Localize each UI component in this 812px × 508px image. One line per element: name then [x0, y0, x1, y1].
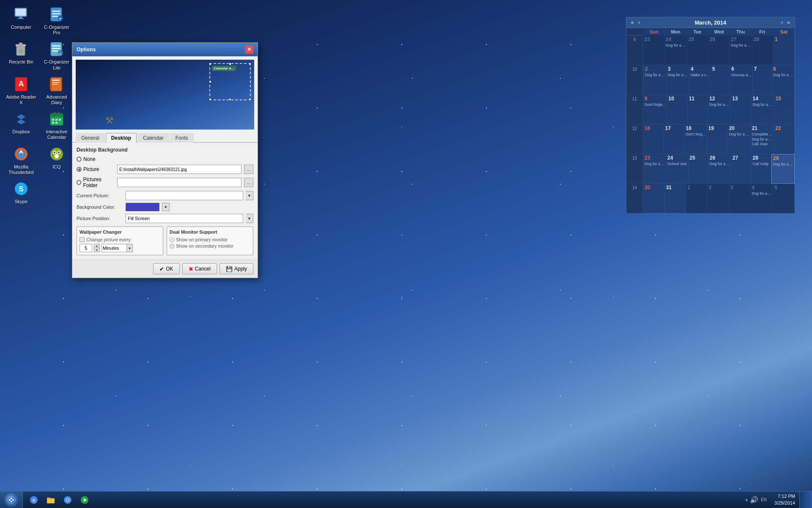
taskbar-ie-icon[interactable]: e	[26, 492, 41, 508]
cancel-button[interactable]: ✖ Cancel	[182, 263, 217, 274]
apply-button[interactable]: 💾 Apply	[219, 263, 253, 274]
color-dropdown-btn[interactable]: ▼	[162, 203, 170, 211]
desktop-icon-mozilla[interactable]: Mozilla Thunderbird	[4, 144, 38, 177]
cal-cell-25-prev[interactable]: 25	[687, 36, 708, 65]
cal-cell-27[interactable]: 27	[731, 154, 751, 184]
desktop-icon-dropbox[interactable]: Dropbox	[4, 109, 38, 142]
cal-cell-22[interactable]: 22	[774, 124, 795, 154]
minutes-dropdown-arrow[interactable]: ▼	[127, 244, 133, 252]
cal-cell-15[interactable]: 15	[774, 95, 795, 124]
folder-browse-btn[interactable]: …	[244, 178, 253, 187]
cal-cell-28[interactable]: 28Call Andy	[752, 154, 771, 184]
show-desktop-btn[interactable]	[799, 491, 812, 508]
cal-cell-26-prev[interactable]: 26	[708, 36, 730, 65]
cal-cell-29-today[interactable]: 29Dog for a ...	[771, 154, 795, 184]
cal-cell-20[interactable]: 20Dog for a ...·	[728, 124, 751, 154]
radio-folder-btn[interactable]	[77, 180, 81, 185]
tab-fonts[interactable]: Fonts	[170, 133, 194, 143]
taskbar-folder-icon[interactable]	[43, 492, 58, 508]
options-dialog: Options ✕ Calendar A... ⚒	[72, 42, 258, 278]
cal-cell-19[interactable]: 19	[707, 124, 728, 154]
calendar-last-btn[interactable]: »	[786, 19, 791, 26]
cal-cell-3-next[interactable]: 3	[729, 184, 751, 213]
color-swatch[interactable]	[126, 203, 159, 211]
cal-cell-26[interactable]: 26Dog for a ...	[708, 154, 731, 184]
desktop-icon-corganizer-lite[interactable]: L C-Organizer Lite	[40, 39, 74, 72]
desktop-icon-computer[interactable]: Computer	[4, 4, 38, 37]
tab-general[interactable]: General	[76, 133, 105, 143]
cal-cell-31[interactable]: 31	[665, 184, 686, 213]
cal-cell-8[interactable]: 8Dog for a ...	[772, 65, 795, 95]
cal-cell-18[interactable]: 18Don't forg...	[685, 124, 707, 154]
tray-arrow[interactable]: ◂	[745, 497, 747, 502]
cal-cell-6[interactable]: 6Discuss a...	[730, 65, 753, 95]
cal-cell-23-prev[interactable]: 23	[643, 36, 664, 65]
picture-path-input[interactable]	[117, 165, 241, 174]
cal-cell-3[interactable]: 3Dog for a ...	[667, 65, 689, 95]
desktop-icon-skype[interactable]: S Skype	[4, 179, 38, 206]
clock-date: 3/29/2014	[774, 500, 795, 506]
cal-cell-24[interactable]: 24School visit	[666, 154, 689, 184]
radio-none-btn[interactable]	[77, 157, 82, 162]
radio-primary-btn[interactable]	[170, 237, 174, 242]
cal-cell-12[interactable]: 12Dog for a ...	[708, 95, 731, 124]
cal-cell-24-prev[interactable]: 24Dog for a ...	[664, 36, 687, 65]
cal-cell-7[interactable]: 7	[753, 65, 772, 95]
tab-calendar[interactable]: Calendar	[137, 133, 169, 143]
cal-cell-23[interactable]: 23Dog for a ...	[643, 154, 666, 184]
minutes-input[interactable]	[102, 244, 127, 252]
change-picture-checkbox[interactable]	[80, 237, 85, 242]
cal-cell-1-next[interactable]: 1	[686, 184, 708, 213]
ok-button[interactable]: ✔ OK	[153, 263, 179, 274]
cal-header-wed: Wed	[708, 28, 730, 36]
cal-cell-1[interactable]: 1	[774, 36, 795, 65]
cal-cell-30[interactable]: 30	[643, 184, 665, 213]
start-button[interactable]	[0, 491, 23, 508]
desktop-icon-icq[interactable]: ICQ	[40, 144, 74, 177]
radio-secondary-btn[interactable]	[170, 244, 174, 248]
network-icon[interactable]: 🔊	[750, 496, 758, 504]
calendar-first-btn[interactable]: «	[630, 19, 635, 26]
dialog-close-button[interactable]: ✕	[245, 45, 253, 54]
radio-none[interactable]: None	[77, 156, 96, 162]
cal-cell-2-next[interactable]: 2	[708, 184, 729, 213]
cal-cell-11[interactable]: 11	[688, 95, 708, 124]
calendar-prev-btn[interactable]: ‹	[637, 19, 641, 26]
cal-cell-9[interactable]: 9Dont forge...	[643, 95, 667, 124]
cal-cell-13[interactable]: 13	[731, 95, 751, 124]
cal-cell-4-next[interactable]: 4Dog for a ...	[750, 184, 773, 213]
position-dropdown-arrow[interactable]: ▼	[246, 214, 253, 223]
interval-value-input[interactable]	[80, 244, 92, 252]
interval-up-btn[interactable]: ▲	[94, 244, 100, 248]
pictures-folder-input[interactable]	[117, 178, 241, 187]
desktop-icon-recycle[interactable]: ♻ Recycle Bin	[4, 39, 38, 72]
interval-down-btn[interactable]: ▼	[94, 248, 100, 252]
tab-desktop[interactable]: Desktop	[106, 133, 137, 143]
desktop-icon-adobe[interactable]: A Adobe Reader X	[4, 74, 38, 107]
taskbar-chrome-icon[interactable]	[60, 492, 75, 508]
picture-browse-btn[interactable]: …	[244, 165, 253, 174]
desktop-icon-corganizer-pro[interactable]: P C-Organizer Pro	[40, 4, 74, 37]
cal-cell-5-next[interactable]: 5	[773, 184, 795, 213]
current-picture-arrow[interactable]: ▼	[246, 191, 253, 200]
cal-cell-28-prev[interactable]: 28	[752, 36, 774, 65]
cal-cell-10[interactable]: 10	[667, 95, 688, 124]
cal-cell-17[interactable]: 17	[664, 124, 685, 154]
radio-picture-btn[interactable]	[77, 167, 82, 172]
cal-cell-21[interactable]: 21Complete ...Dog for a ...Call Joan	[751, 124, 774, 154]
cal-cell-2[interactable]: 2Dog for a ...·	[643, 65, 667, 95]
picture-position-input[interactable]	[126, 214, 243, 223]
calendar-next-btn[interactable]: ›	[780, 19, 784, 26]
cal-cell-25[interactable]: 25	[689, 154, 708, 184]
taskbar-clock[interactable]: 7:12 PM 3/29/2014	[770, 493, 799, 506]
cal-cell-5[interactable]: 5	[711, 65, 730, 95]
desktop-icon-advanced-diary[interactable]: Advanced Diary	[40, 74, 74, 107]
cal-cell-4[interactable]: 4Make a c...	[689, 65, 711, 95]
cal-cell-14[interactable]: 14Dog for a ...	[752, 95, 774, 124]
cal-cell-16[interactable]: 16	[643, 124, 664, 154]
radio-pictures-folder[interactable]: Pictures Folder	[77, 177, 115, 188]
cal-cell-27-prev[interactable]: 27Dog for a ...	[730, 36, 752, 65]
desktop-icon-interactive-calendar[interactable]: Interactive Calendar	[40, 109, 74, 142]
taskbar-media-icon[interactable]	[77, 492, 92, 508]
radio-picture[interactable]: Picture	[77, 166, 115, 172]
